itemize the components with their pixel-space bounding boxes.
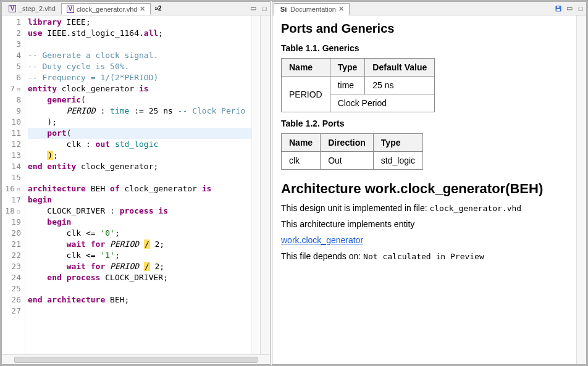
text: Not calculated in Preview (363, 252, 484, 261)
code-line[interactable] (28, 283, 251, 294)
table-row: PERIODtime25 ns (282, 77, 435, 94)
th: Name (282, 59, 330, 77)
filename: clock_generator.vhd (429, 204, 521, 213)
th: Type (330, 59, 365, 77)
tab-label: clock_generator.vhd (77, 6, 137, 13)
horizontal-scrollbar[interactable] (2, 354, 270, 364)
code-line[interactable]: architecture BEH of clock_generator is (28, 183, 251, 194)
td: Out (321, 152, 374, 170)
code-line[interactable]: CLOCK_DRIVER : process is (28, 206, 251, 217)
vertical-scrollbar[interactable] (576, 15, 586, 364)
generics-table: NameTypeDefault Value PERIODtime25 ns Cl… (281, 58, 435, 112)
editor-tab-step2[interactable]: V _step_2.vhd (3, 3, 61, 14)
tab-overflow[interactable]: »2 (154, 5, 161, 12)
close-icon[interactable]: ✕ (338, 5, 344, 13)
overview-ruler (251, 15, 260, 354)
code-line[interactable] (28, 172, 251, 183)
editor-tab-clockgen[interactable]: V clock_generator.vhd ✕ (61, 3, 151, 15)
code-line[interactable]: ); (28, 150, 251, 161)
entity-link[interactable]: work.clock_generator (281, 235, 363, 245)
maximize-icon[interactable]: □ (260, 4, 269, 13)
td: Clock Period (330, 94, 435, 112)
vertical-scrollbar[interactable] (260, 15, 270, 354)
section-heading: Ports and Generics (281, 22, 568, 36)
editor-body: 1234567⊟8910111213141516⊟1718⊟1920212223… (2, 15, 270, 354)
th: Direction (321, 134, 374, 152)
code-line[interactable]: port( (28, 128, 251, 139)
code-line[interactable]: end process CLOCK_DRIVER; (28, 272, 251, 283)
doc-paragraph: This file depends on: Not calculated in … (281, 251, 568, 261)
code-line[interactable]: end entity clock_generator; (28, 161, 251, 172)
minimize-icon[interactable]: ▭ (565, 4, 574, 13)
editor-tabbar: V _step_2.vhd V clock_generator.vhd ✕ »2… (2, 2, 270, 15)
th: Default Value (365, 59, 435, 77)
code-line[interactable] (28, 306, 251, 317)
code-line[interactable]: ); (28, 117, 251, 128)
code-line[interactable]: -- Generate a clock signal. (28, 50, 251, 61)
td: PERIOD (282, 77, 330, 112)
text: This file depends on: (281, 251, 363, 261)
td: time (330, 77, 365, 94)
scrollbar-thumb[interactable] (14, 357, 258, 363)
close-icon[interactable]: ✕ (140, 5, 145, 13)
vhdl-file-icon: V (67, 6, 74, 13)
tab-label: _step_2.vhd (19, 5, 56, 12)
svg-rect-1 (556, 9, 560, 10)
code-line[interactable]: use IEEE.std_logic_1164.all; (28, 28, 251, 39)
table-caption: Table 1.1. Generics (281, 43, 568, 53)
th: Type (373, 134, 422, 152)
save-icon[interactable] (554, 4, 563, 13)
svg-rect-2 (557, 6, 560, 7)
doc-paragraph: This design unit is implemented in file:… (281, 203, 568, 213)
maximize-icon[interactable]: □ (576, 4, 585, 13)
ports-table: NameDirectionType clkOutstd_logic (281, 133, 423, 170)
code-area[interactable]: library IEEE;use IEEE.std_logic_1164.all… (25, 15, 251, 354)
code-line[interactable]: -- Duty cycle is 50%. (28, 61, 251, 72)
code-line[interactable]: library IEEE; (28, 17, 251, 28)
td: 25 ns (365, 77, 435, 94)
doc-tabbar: Si Documentation ✕ ▭ □ (272, 2, 586, 15)
vhdl-file-icon: V (9, 5, 16, 12)
arch-heading: Architecture work.clock_generator(BEH) (281, 181, 568, 197)
app-root: V _step_2.vhd V clock_generator.vhd ✕ »2… (0, 0, 588, 366)
code-line[interactable] (28, 39, 251, 50)
sigasi-icon: Si (279, 5, 288, 14)
doc-tab[interactable]: Si Documentation ✕ (274, 3, 350, 15)
td: std_logic (373, 152, 422, 170)
td: clk (282, 152, 321, 170)
code-line[interactable]: -- Frequency = 1/(2*PERIOD) (28, 72, 251, 83)
code-line[interactable]: begin (28, 194, 251, 206)
tab-label: Documentation (290, 6, 336, 13)
table-row: clkOutstd_logic (282, 152, 423, 170)
minimize-icon[interactable]: ▭ (249, 4, 258, 13)
documentation-pane: Si Documentation ✕ ▭ □ Ports and Generic… (272, 1, 587, 365)
editor-pane: V _step_2.vhd V clock_generator.vhd ✕ »2… (1, 1, 271, 365)
th: Name (282, 134, 321, 152)
text: This design unit is implemented in file: (281, 203, 429, 213)
code-line[interactable]: wait for PERIOD / 2; (28, 261, 251, 272)
doc-content[interactable]: Ports and Generics Table 1.1. Generics N… (272, 15, 576, 364)
code-line[interactable]: wait for PERIOD / 2; (28, 239, 251, 250)
code-line[interactable]: PERIOD : time := 25 ns -- Clock Perio (28, 106, 251, 117)
code-line[interactable]: clk <= '1'; (28, 250, 251, 261)
code-line[interactable]: clk : out std_logic (28, 139, 251, 150)
line-gutter: 1234567⊟8910111213141516⊟1718⊟1920212223… (2, 15, 25, 354)
code-line[interactable]: clk <= '0'; (28, 228, 251, 239)
table-caption: Table 1.2. Ports (281, 119, 568, 128)
doc-paragraph: This architecture implements entity (281, 219, 568, 229)
code-line[interactable]: end architecture BEH; (28, 294, 251, 306)
code-line[interactable]: begin (28, 217, 251, 228)
code-line[interactable]: entity clock_generator is (28, 83, 251, 94)
code-line[interactable]: generic( (28, 94, 251, 106)
